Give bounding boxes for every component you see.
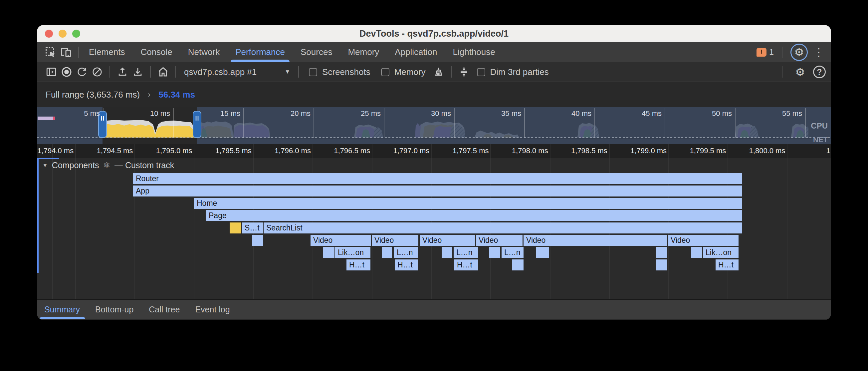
flame-bar-video[interactable]: Video [476, 235, 523, 246]
flame-bar[interactable] [536, 247, 549, 258]
track-suffix: — Custom track [115, 161, 174, 170]
flame-bar-video[interactable]: Video [524, 235, 667, 246]
track-selection-border [37, 158, 39, 273]
flame-bar-h-t[interactable]: H…t [395, 259, 418, 270]
flame-bar-l-n[interactable]: L…n [502, 247, 524, 258]
tab-performance[interactable]: Performance [235, 42, 285, 62]
memory-checkbox[interactable]: Memory [381, 67, 426, 77]
target-selector-value: qsvd7p.csb.app #1 [184, 67, 257, 77]
react-atom-icon: ⚛ [103, 161, 111, 170]
flame-bar-lik-on[interactable]: Lik…on [703, 247, 739, 258]
flame-bar-lik-on[interactable]: Lik…on [335, 247, 370, 258]
devtools-window: DevTools - qsvd7p.csb.app/video/1 Elemen… [37, 25, 831, 320]
inspect-element-icon[interactable] [43, 45, 58, 60]
tab-application[interactable]: Application [395, 42, 437, 62]
ruler-label: 1,799.5 ms [669, 144, 728, 158]
ruler-label: 1,799.0 ms [610, 144, 669, 158]
flame-bar[interactable] [512, 259, 524, 270]
chevron-right-icon: › [148, 90, 150, 99]
ruler-label: 1,800.0 ms [728, 144, 787, 158]
flame-bar-home[interactable]: Home [194, 198, 742, 209]
toggle-sidebar-icon[interactable] [43, 64, 59, 80]
breadcrumb-selected-range[interactable]: 56.34 ms [158, 90, 195, 100]
flame-bar-video[interactable]: Video [668, 235, 739, 246]
track-name: Components [52, 161, 99, 170]
left-selection-handle[interactable] [98, 111, 106, 138]
device-toolbar-icon[interactable] [58, 45, 73, 60]
zoom-window-button[interactable] [72, 30, 80, 38]
dim-3rd-parties-checkbox[interactable]: Dim 3rd parties [477, 67, 549, 77]
ruler-label: 1,795.5 ms [194, 144, 254, 158]
record-button[interactable] [59, 64, 74, 80]
flame-bar-s-t[interactable]: S…t [242, 223, 263, 233]
close-window-button[interactable] [45, 30, 53, 38]
overview-left-marker [38, 117, 53, 120]
record-and-reload-button[interactable] [74, 64, 90, 80]
flame-bar-video[interactable]: Video [372, 235, 418, 246]
issues-badge[interactable]: ! 1 [756, 47, 774, 57]
flame-bar-h-t[interactable]: H…t [454, 259, 478, 270]
collapse-track-icon[interactable]: ▼ [42, 162, 48, 169]
bottom-tab-event-log[interactable]: Event log [195, 300, 230, 319]
tab-memory[interactable]: Memory [348, 42, 379, 62]
issues-count: 1 [769, 47, 774, 57]
tab-console[interactable]: Console [141, 42, 172, 62]
flame-bar-video[interactable]: Video [311, 235, 371, 246]
target-selector-dropdown[interactable]: qsvd7p.csb.app #1 ▼ [184, 67, 290, 77]
clear-recording-icon[interactable] [90, 64, 105, 80]
bottom-tab-call-tree[interactable]: Call tree [149, 300, 180, 319]
tab-sources[interactable]: Sources [301, 42, 332, 62]
flame-bar-app[interactable]: App [133, 186, 742, 197]
ruler-label: 1,798.0 ms [491, 144, 550, 158]
minimize-window-button[interactable] [59, 30, 67, 38]
track-selection-border-top [37, 158, 59, 159]
flame-bar[interactable] [442, 247, 452, 258]
flame-bar-router[interactable]: Router [133, 173, 742, 184]
flame-bar[interactable] [489, 247, 500, 258]
ruler-label: 1,798.5 ms [550, 144, 610, 158]
flame-bar[interactable] [691, 247, 702, 258]
flame-bar[interactable] [656, 259, 667, 270]
download-profile-icon[interactable] [130, 64, 146, 80]
help-icon[interactable]: ? [813, 66, 826, 78]
window-title: DevTools - qsvd7p.csb.app/video/1 [37, 29, 831, 39]
settings-button[interactable]: ⚙ [790, 44, 808, 61]
timeline-overview[interactable]: 5 ms10 ms15 ms20 ms25 ms30 ms35 ms40 ms4… [37, 107, 831, 144]
flame-bar[interactable] [656, 247, 667, 258]
flame-chart[interactable]: ▼ Components ⚛ — Custom track RouterAppH… [37, 158, 831, 300]
screenshots-checkbox[interactable]: Screenshots [309, 67, 370, 77]
ruler-label: 1,795.0 ms [135, 144, 194, 158]
capture-settings-gear-icon[interactable]: ⚙ [793, 64, 808, 80]
flame-bar-video[interactable]: Video [420, 235, 475, 246]
flame-bar[interactable] [252, 235, 263, 246]
flame-bar-l-n[interactable]: L…n [394, 247, 418, 258]
flame-bar-page[interactable]: Page [206, 210, 742, 221]
tab-lighthouse[interactable]: Lighthouse [453, 42, 495, 62]
bottom-tab-bottom-up[interactable]: Bottom-up [95, 300, 133, 319]
flame-bar-h-t[interactable]: H…t [346, 259, 370, 270]
right-selection-handle[interactable] [193, 111, 201, 138]
flame-bar-h-t[interactable]: H…t [716, 259, 739, 270]
ruler-label: 1,794.5 ms [75, 144, 135, 158]
collect-garbage-icon[interactable] [431, 64, 446, 80]
bottom-tab-summary[interactable]: Summary [44, 300, 80, 319]
upload-profile-icon[interactable] [115, 64, 130, 80]
cpu-activity-chart [37, 107, 831, 144]
flame-bar[interactable] [323, 247, 335, 258]
flame-bar-searchlist[interactable]: SearchList [264, 223, 742, 233]
checkbox-box [309, 68, 317, 76]
collapse-sections-icon[interactable] [456, 64, 472, 80]
flame-bar[interactable] [382, 247, 392, 258]
custom-track-header[interactable]: ▼ Components ⚛ — Custom track [42, 161, 174, 170]
breadcrumb-full-range[interactable]: Full range (3,653.76 ms) [45, 90, 140, 100]
home-icon[interactable] [155, 64, 171, 80]
tab-network[interactable]: Network [188, 42, 220, 62]
kebab-menu-icon: ⋮ [813, 47, 825, 58]
flame-bar[interactable] [230, 223, 241, 233]
titlebar: DevTools - qsvd7p.csb.app/video/1 [37, 25, 831, 42]
ruler-label: 1,797.5 ms [431, 144, 491, 158]
flame-bar-l-n[interactable]: L…n [454, 247, 478, 258]
range-breadcrumb: Full range (3,653.76 ms) › 56.34 ms [37, 82, 831, 107]
more-options-menu[interactable]: ⋮ [811, 45, 827, 60]
tab-elements[interactable]: Elements [89, 42, 125, 62]
